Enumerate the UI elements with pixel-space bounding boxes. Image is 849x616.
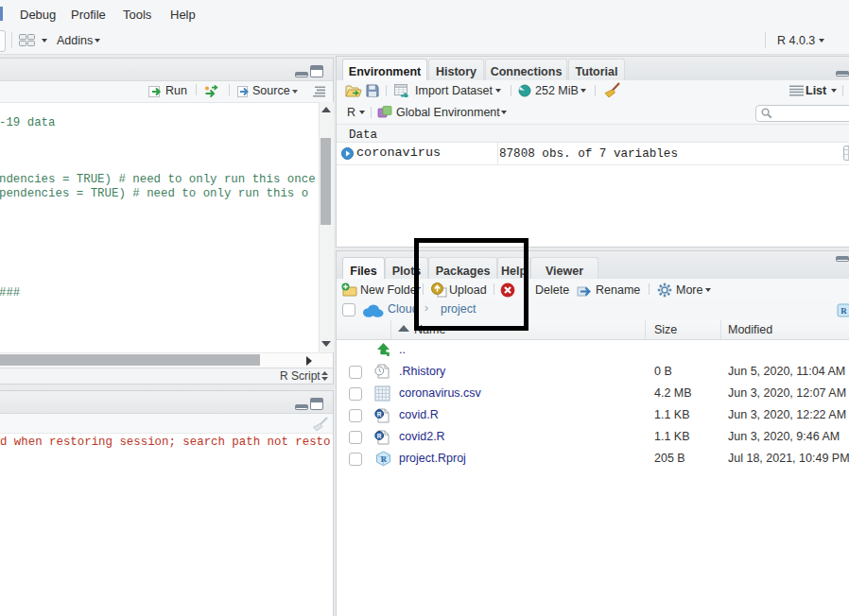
- svg-text:R: R: [840, 306, 847, 316]
- svg-text:R: R: [381, 454, 388, 464]
- svg-text:R: R: [377, 433, 382, 439]
- svg-text:R: R: [377, 411, 382, 418]
